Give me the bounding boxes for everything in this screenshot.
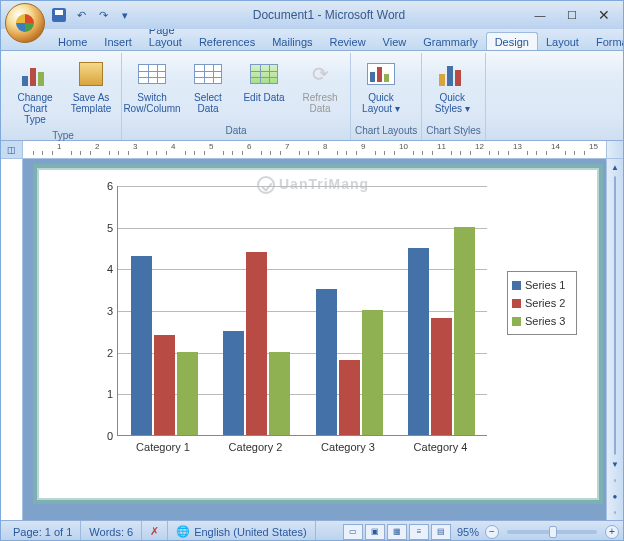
window-title: Document1 - Microsoft Word xyxy=(133,8,525,22)
legend-label: Series 3 xyxy=(525,315,565,327)
select-data-icon xyxy=(192,58,224,90)
y-tick: 3 xyxy=(97,305,113,317)
status-proofing[interactable]: ✗ xyxy=(142,521,168,541)
x-tick: Category 2 xyxy=(210,441,302,453)
x-tick: Category 1 xyxy=(117,441,209,453)
status-page[interactable]: Page: 1 of 1 xyxy=(5,521,81,541)
next-page-icon[interactable]: ◦ xyxy=(607,504,623,520)
browse-object-icon[interactable]: ● xyxy=(607,488,623,504)
quick-styles-button[interactable]: Quick Styles ▾ xyxy=(426,55,478,117)
document-area: UanTriMang 0123456 Category 1Category 2C… xyxy=(1,159,623,520)
y-tick: 4 xyxy=(97,263,113,275)
x-tick: Category 3 xyxy=(302,441,394,453)
ribbon-tabs: Home Insert Page Layout References Maili… xyxy=(1,29,623,51)
save-icon[interactable] xyxy=(51,7,67,23)
quick-access-toolbar: ↶ ↷ ▾ xyxy=(51,7,133,23)
tab-home[interactable]: Home xyxy=(49,32,96,50)
quick-layout-button[interactable]: Quick Layout ▾ xyxy=(355,55,407,117)
bar-series-1 xyxy=(223,331,244,435)
legend-item: Series 2 xyxy=(512,294,572,312)
legend-item: Series 3 xyxy=(512,312,572,330)
minimize-button[interactable]: — xyxy=(525,6,555,24)
horizontal-ruler: ◫ 123456789101112131415 xyxy=(1,141,623,159)
document-canvas[interactable]: UanTriMang 0123456 Category 1Category 2C… xyxy=(23,159,606,520)
prev-page-icon[interactable]: ◦ xyxy=(607,472,623,488)
group-data: Switch Row/Column Select Data Edit Data … xyxy=(122,53,351,140)
tab-design[interactable]: Design xyxy=(486,32,538,50)
web-layout-view-button[interactable]: ▦ xyxy=(387,524,407,540)
group-chart-styles-label: Chart Styles xyxy=(426,123,480,138)
tab-references[interactable]: References xyxy=(190,32,264,50)
zoom-in-button[interactable]: + xyxy=(605,525,619,539)
tab-insert[interactable]: Insert xyxy=(95,32,141,50)
vertical-ruler[interactable] xyxy=(1,159,23,520)
bar-series-1 xyxy=(316,289,337,435)
ruler-track[interactable]: 123456789101112131415 xyxy=(23,141,606,158)
change-chart-type-button[interactable]: Change Chart Type xyxy=(9,55,61,128)
tab-format[interactable]: Format xyxy=(587,32,624,50)
tab-grammarly[interactable]: Grammarly xyxy=(414,32,486,50)
group-chart-styles: Quick Styles ▾ Chart Styles xyxy=(422,53,485,140)
refresh-data-button[interactable]: ⟳ Refresh Data xyxy=(294,55,346,117)
bar-series-2 xyxy=(154,335,175,435)
zoom-thumb[interactable] xyxy=(549,526,557,538)
y-tick: 1 xyxy=(97,388,113,400)
y-tick: 5 xyxy=(97,222,113,234)
quick-layout-icon xyxy=(365,58,397,90)
vertical-scrollbar[interactable]: ▲ ▼ ◦ ● ◦ xyxy=(606,159,623,520)
office-button[interactable] xyxy=(5,3,45,43)
redo-icon[interactable]: ↷ xyxy=(95,7,111,23)
ruler-toggle-button[interactable]: ◫ xyxy=(1,141,23,158)
bar-series-1 xyxy=(131,256,152,435)
print-layout-view-button[interactable]: ▭ xyxy=(343,524,363,540)
status-language[interactable]: 🌐 English (United States) xyxy=(168,521,316,541)
switch-row-column-button[interactable]: Switch Row/Column xyxy=(126,55,178,117)
group-chart-layouts-label: Chart Layouts xyxy=(355,123,417,138)
tab-layout[interactable]: Layout xyxy=(537,32,588,50)
chart-legend: Series 1Series 2Series 3 xyxy=(507,271,577,335)
tab-review[interactable]: Review xyxy=(321,32,375,50)
plot-area xyxy=(117,186,487,436)
full-screen-view-button[interactable]: ▣ xyxy=(365,524,385,540)
bar-series-3 xyxy=(454,227,475,435)
window-controls: — ☐ ✕ xyxy=(525,6,619,24)
bar-series-1 xyxy=(408,248,429,436)
zoom-percent[interactable]: 95% xyxy=(453,526,483,538)
refresh-icon: ⟳ xyxy=(304,58,336,90)
title-bar: ↶ ↷ ▾ Document1 - Microsoft Word — ☐ ✕ xyxy=(1,1,623,29)
edit-data-button[interactable]: Edit Data xyxy=(238,55,290,106)
y-tick: 0 xyxy=(97,430,113,442)
scroll-thumb[interactable] xyxy=(614,176,616,455)
chart-object[interactable]: UanTriMang 0123456 Category 1Category 2C… xyxy=(33,164,603,504)
legend-swatch xyxy=(512,299,521,308)
tab-view[interactable]: View xyxy=(374,32,416,50)
select-data-button[interactable]: Select Data xyxy=(182,55,234,117)
bar-series-3 xyxy=(269,352,290,435)
undo-icon[interactable]: ↶ xyxy=(73,7,89,23)
group-type: Change Chart Type Save As Template Type xyxy=(5,53,122,140)
draft-view-button[interactable]: ▤ xyxy=(431,524,451,540)
status-words[interactable]: Words: 6 xyxy=(81,521,142,541)
qat-dropdown-icon[interactable]: ▾ xyxy=(117,7,133,23)
maximize-button[interactable]: ☐ xyxy=(557,6,587,24)
bar-series-2 xyxy=(246,252,267,435)
save-as-template-button[interactable]: Save As Template xyxy=(65,55,117,117)
scroll-up-arrow[interactable]: ▲ xyxy=(607,159,623,175)
zoom-out-button[interactable]: − xyxy=(485,525,499,539)
proofing-icon: ✗ xyxy=(150,525,159,538)
legend-swatch xyxy=(512,281,521,290)
bar-series-3 xyxy=(362,310,383,435)
chart-area: UanTriMang 0123456 Category 1Category 2C… xyxy=(57,176,577,486)
outline-view-button[interactable]: ≡ xyxy=(409,524,429,540)
template-icon xyxy=(75,58,107,90)
bar-series-3 xyxy=(177,352,198,435)
status-bar: Page: 1 of 1 Words: 6 ✗ 🌐 English (Unite… xyxy=(1,520,623,541)
tab-mailings[interactable]: Mailings xyxy=(263,32,321,50)
bar-series-2 xyxy=(339,360,360,435)
group-chart-layouts: Quick Layout ▾ Chart Layouts xyxy=(351,53,422,140)
edit-data-icon xyxy=(248,58,280,90)
zoom-slider[interactable] xyxy=(507,530,597,534)
scroll-down-arrow[interactable]: ▼ xyxy=(607,456,623,472)
close-button[interactable]: ✕ xyxy=(589,6,619,24)
switch-icon xyxy=(136,58,168,90)
